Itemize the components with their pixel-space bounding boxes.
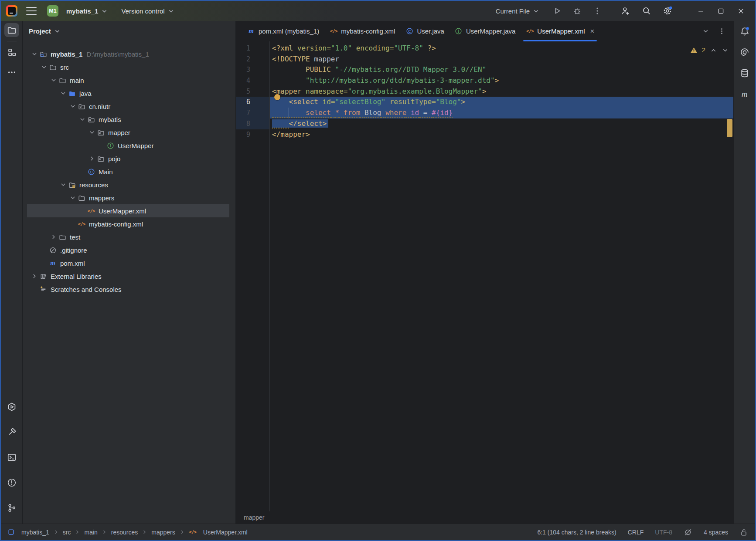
more-actions-button[interactable] <box>593 7 602 15</box>
project-switcher[interactable]: mybatis_1 <box>63 5 112 17</box>
notifications-bell-icon[interactable] <box>740 27 749 36</box>
database-icon[interactable] <box>740 68 749 78</box>
ai-assistant-icon[interactable] <box>740 47 749 57</box>
terminal-tool-window-button[interactable] <box>4 450 19 464</box>
file-encoding[interactable]: UTF-8 <box>655 529 672 536</box>
chevron-right-icon[interactable] <box>30 273 39 280</box>
status-crumb-resources[interactable]: resources <box>111 529 138 536</box>
run-configuration-selector[interactable]: Current File <box>496 7 540 15</box>
line-number[interactable]: 5 <box>236 86 269 97</box>
tree-item-pojo[interactable]: pojo <box>23 152 235 165</box>
line-separator[interactable]: CRLF <box>628 529 644 536</box>
close-button[interactable] <box>731 1 751 20</box>
editor-line-4[interactable]: 4 "http://mybatis.org/dtd/mybatis-3-mapp… <box>236 75 733 86</box>
editor-line-7[interactable]: 7 select * from Blog where id = #{id} <box>236 108 733 118</box>
debug-button[interactable] <box>573 7 582 15</box>
editor-line-9[interactable]: 9</mapper> <box>236 129 733 140</box>
tab-usermapper-java[interactable]: IUserMapper.java <box>450 21 521 41</box>
line-number[interactable]: 4 <box>236 75 269 86</box>
maven-tool-window-icon[interactable]: m <box>742 89 748 99</box>
line-number[interactable]: 1 <box>236 43 269 54</box>
problems-tool-window-button[interactable] <box>4 476 19 490</box>
tree-item-mappers[interactable]: mappers <box>23 191 235 204</box>
main-menu-button[interactable] <box>26 7 37 15</box>
scrollbar-warning-mark[interactable] <box>727 119 732 137</box>
tree-item-mybatis-config-xml[interactable]: </> mybatis-config.xml <box>23 217 235 230</box>
previous-problem-button[interactable] <box>710 47 717 54</box>
chevron-right-icon[interactable] <box>87 155 97 162</box>
line-number[interactable]: 6 <box>236 97 269 108</box>
chevron-down-icon[interactable] <box>39 64 49 71</box>
vcs-menu[interactable]: Version control <box>118 5 178 17</box>
chevron-right-icon[interactable] <box>49 233 58 240</box>
git-tool-window-button[interactable] <box>4 501 19 515</box>
chevron-down-icon[interactable] <box>68 103 78 110</box>
tab-close-icon[interactable]: × <box>590 27 595 35</box>
run-button[interactable] <box>553 7 562 15</box>
caret-position[interactable]: 6:1 (104 chars, 2 line breaks) <box>537 529 616 536</box>
code-editor[interactable]: 1<?xml version="1.0" encoding="UTF-8" ?>… <box>236 41 733 511</box>
tree-item-gitignore[interactable]: .gitignore <box>23 243 235 257</box>
chevron-down-icon[interactable] <box>78 116 87 123</box>
tree-item-cn-niutr[interactable]: cn.niutr <box>23 100 235 113</box>
tree-item-pom-xml[interactable]: m pom.xml <box>23 257 235 270</box>
inspections-widget[interactable]: 2 <box>690 45 729 56</box>
chevron-down-icon[interactable] <box>30 51 39 57</box>
status-crumb-mappers[interactable]: mappers <box>151 529 175 536</box>
line-number[interactable]: 7 <box>236 108 269 118</box>
chevron-down-icon[interactable] <box>49 77 58 84</box>
status-crumb-usermapper-xml[interactable]: </>UserMapper.xml <box>189 528 248 536</box>
editor-line-5[interactable]: 5<mapper namespace="org.mybatis.example.… <box>236 86 733 97</box>
project-badge[interactable]: M1 <box>47 5 58 17</box>
tree-item-mybatis[interactable]: mybatis <box>23 113 235 126</box>
tree-item-src[interactable]: src <box>23 61 235 74</box>
status-crumb-mybatis-1[interactable]: mybatis_1 <box>7 528 49 536</box>
build-tool-window-button[interactable] <box>4 425 19 439</box>
search-everywhere-button[interactable] <box>642 6 651 16</box>
tree-item-main[interactable]: main <box>23 74 235 87</box>
breadcrumb-mapper[interactable]: mapper <box>244 514 264 521</box>
tab-usermapper-xml[interactable]: </>UserMapper.xml × <box>521 21 599 41</box>
hidden-tabs-chevron-icon[interactable] <box>702 27 709 35</box>
maximize-button[interactable] <box>711 1 731 20</box>
status-crumb-main[interactable]: main <box>84 529 97 536</box>
structure-tool-window-button[interactable] <box>4 45 19 59</box>
services-tool-window-button[interactable] <box>4 400 19 414</box>
tree-item-resources[interactable]: resources <box>23 178 235 191</box>
tab-pom-xml-mybatis-1[interactable]: mpom.xml (mybatis_1) <box>242 21 324 41</box>
tab-user-java[interactable]: CUser.java <box>400 21 450 41</box>
editor-line-2[interactable]: 2<!DOCTYPE mapper <box>236 54 733 65</box>
more-tool-windows-button[interactable] <box>4 65 19 79</box>
tree-item-usermapper[interactable]: I UserMapper <box>23 139 235 152</box>
editor-line-6[interactable]: 6 <select id="selectBlog" resultType="Bl… <box>236 97 733 108</box>
tree-item-mybatis-1[interactable]: mybatis_1D:\mybatis\mybatis_1 <box>23 47 235 61</box>
tree-item-java[interactable]: java <box>23 87 235 100</box>
line-number[interactable]: 3 <box>236 64 269 75</box>
chevron-down-icon[interactable] <box>58 181 68 188</box>
project-tool-window-button[interactable] <box>4 23 19 37</box>
line-number[interactable]: 2 <box>236 54 269 65</box>
line-number[interactable]: 8 <box>236 118 269 129</box>
tab-mybatis-config-xml[interactable]: </>mybatis-config.xml <box>324 21 400 41</box>
unlocked-icon[interactable] <box>739 528 748 537</box>
highlighting-level-icon[interactable] <box>684 528 692 537</box>
line-number[interactable]: 9 <box>236 129 269 140</box>
code-with-me-button[interactable] <box>621 6 630 16</box>
tree-item-usermapper-xml[interactable]: </> UserMapper.xml <box>23 204 235 217</box>
settings-button[interactable] <box>663 6 672 16</box>
tree-item-scratches-and-consoles[interactable]: Scratches and Consoles <box>23 283 235 296</box>
tree-item-external-libraries[interactable]: External Libraries <box>23 270 235 283</box>
tree-item-main[interactable]: C Main <box>23 165 235 178</box>
tree-item-mapper[interactable]: mapper <box>23 126 235 139</box>
project-panel-header[interactable]: Project <box>23 21 235 41</box>
status-crumb-src[interactable]: src <box>63 529 71 536</box>
tab-options-kebab-icon[interactable] <box>718 27 725 35</box>
intention-bulb-icon[interactable] <box>274 94 280 100</box>
editor-breadcrumbs[interactable]: mapper <box>236 511 733 524</box>
chevron-down-icon[interactable] <box>58 90 68 97</box>
indent-setting[interactable]: 4 spaces <box>704 529 728 536</box>
next-problem-button[interactable] <box>722 47 729 54</box>
editor-line-3[interactable]: 3 PUBLIC "-//mybatis.org//DTD Mapper 3.0… <box>236 64 733 75</box>
minimize-button[interactable] <box>691 1 711 20</box>
editor-line-1[interactable]: 1<?xml version="1.0" encoding="UTF-8" ?> <box>236 43 733 54</box>
